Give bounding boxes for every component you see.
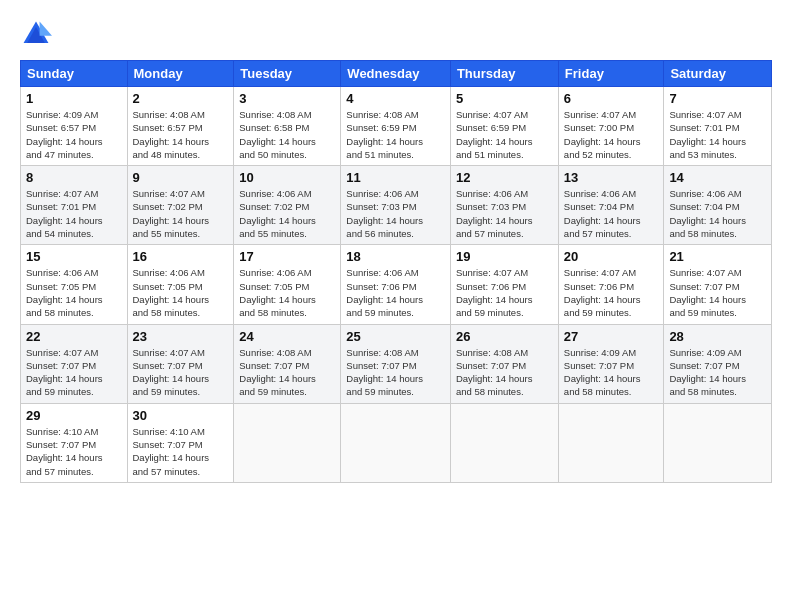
- day-info: Sunrise: 4:06 AMSunset: 7:05 PMDaylight:…: [133, 266, 229, 319]
- calendar-day-cell: 28Sunrise: 4:09 AMSunset: 7:07 PMDayligh…: [664, 324, 772, 403]
- calendar-day-cell: 23Sunrise: 4:07 AMSunset: 7:07 PMDayligh…: [127, 324, 234, 403]
- day-number: 18: [346, 249, 445, 264]
- calendar-week-row: 29Sunrise: 4:10 AMSunset: 7:07 PMDayligh…: [21, 403, 772, 482]
- day-number: 12: [456, 170, 553, 185]
- day-info: Sunrise: 4:10 AMSunset: 7:07 PMDaylight:…: [133, 425, 229, 478]
- day-number: 10: [239, 170, 335, 185]
- day-info: Sunrise: 4:06 AMSunset: 7:04 PMDaylight:…: [564, 187, 659, 240]
- logo-icon: [20, 18, 52, 50]
- day-info: Sunrise: 4:08 AMSunset: 7:07 PMDaylight:…: [456, 346, 553, 399]
- weekday-header-row: SundayMondayTuesdayWednesdayThursdayFrid…: [21, 61, 772, 87]
- header: [20, 18, 772, 50]
- day-info: Sunrise: 4:06 AMSunset: 7:03 PMDaylight:…: [456, 187, 553, 240]
- day-number: 9: [133, 170, 229, 185]
- day-info: Sunrise: 4:07 AMSunset: 7:01 PMDaylight:…: [669, 108, 766, 161]
- calendar-day-cell: 14Sunrise: 4:06 AMSunset: 7:04 PMDayligh…: [664, 166, 772, 245]
- calendar-day-cell: 3Sunrise: 4:08 AMSunset: 6:58 PMDaylight…: [234, 87, 341, 166]
- weekday-header-wednesday: Wednesday: [341, 61, 451, 87]
- day-info: Sunrise: 4:10 AMSunset: 7:07 PMDaylight:…: [26, 425, 122, 478]
- day-number: 1: [26, 91, 122, 106]
- calendar-day-cell: 6Sunrise: 4:07 AMSunset: 7:00 PMDaylight…: [558, 87, 664, 166]
- day-info: Sunrise: 4:08 AMSunset: 7:07 PMDaylight:…: [346, 346, 445, 399]
- calendar-day-cell: 21Sunrise: 4:07 AMSunset: 7:07 PMDayligh…: [664, 245, 772, 324]
- day-number: 2: [133, 91, 229, 106]
- day-info: Sunrise: 4:09 AMSunset: 7:07 PMDaylight:…: [669, 346, 766, 399]
- weekday-header-friday: Friday: [558, 61, 664, 87]
- calendar-day-cell: 8Sunrise: 4:07 AMSunset: 7:01 PMDaylight…: [21, 166, 128, 245]
- day-number: 17: [239, 249, 335, 264]
- calendar-day-cell: [341, 403, 451, 482]
- day-number: 3: [239, 91, 335, 106]
- calendar-day-cell: [664, 403, 772, 482]
- calendar-day-cell: 13Sunrise: 4:06 AMSunset: 7:04 PMDayligh…: [558, 166, 664, 245]
- calendar-day-cell: 10Sunrise: 4:06 AMSunset: 7:02 PMDayligh…: [234, 166, 341, 245]
- page: SundayMondayTuesdayWednesdayThursdayFrid…: [0, 0, 792, 501]
- day-info: Sunrise: 4:07 AMSunset: 7:06 PMDaylight:…: [456, 266, 553, 319]
- day-number: 5: [456, 91, 553, 106]
- day-info: Sunrise: 4:07 AMSunset: 7:07 PMDaylight:…: [26, 346, 122, 399]
- calendar-day-cell: 29Sunrise: 4:10 AMSunset: 7:07 PMDayligh…: [21, 403, 128, 482]
- day-number: 4: [346, 91, 445, 106]
- calendar-day-cell: 11Sunrise: 4:06 AMSunset: 7:03 PMDayligh…: [341, 166, 451, 245]
- calendar-day-cell: 9Sunrise: 4:07 AMSunset: 7:02 PMDaylight…: [127, 166, 234, 245]
- day-info: Sunrise: 4:06 AMSunset: 7:05 PMDaylight:…: [26, 266, 122, 319]
- day-info: Sunrise: 4:07 AMSunset: 7:06 PMDaylight:…: [564, 266, 659, 319]
- calendar-day-cell: [558, 403, 664, 482]
- calendar-day-cell: 5Sunrise: 4:07 AMSunset: 6:59 PMDaylight…: [450, 87, 558, 166]
- logo: [20, 18, 56, 50]
- calendar-day-cell: 16Sunrise: 4:06 AMSunset: 7:05 PMDayligh…: [127, 245, 234, 324]
- weekday-header-sunday: Sunday: [21, 61, 128, 87]
- day-info: Sunrise: 4:06 AMSunset: 7:03 PMDaylight:…: [346, 187, 445, 240]
- day-number: 25: [346, 329, 445, 344]
- day-info: Sunrise: 4:06 AMSunset: 7:06 PMDaylight:…: [346, 266, 445, 319]
- calendar-day-cell: 25Sunrise: 4:08 AMSunset: 7:07 PMDayligh…: [341, 324, 451, 403]
- day-number: 29: [26, 408, 122, 423]
- calendar-day-cell: 30Sunrise: 4:10 AMSunset: 7:07 PMDayligh…: [127, 403, 234, 482]
- calendar-table: SundayMondayTuesdayWednesdayThursdayFrid…: [20, 60, 772, 483]
- day-number: 13: [564, 170, 659, 185]
- day-info: Sunrise: 4:08 AMSunset: 6:58 PMDaylight:…: [239, 108, 335, 161]
- calendar-week-row: 15Sunrise: 4:06 AMSunset: 7:05 PMDayligh…: [21, 245, 772, 324]
- day-number: 19: [456, 249, 553, 264]
- weekday-header-tuesday: Tuesday: [234, 61, 341, 87]
- calendar-day-cell: 24Sunrise: 4:08 AMSunset: 7:07 PMDayligh…: [234, 324, 341, 403]
- calendar-day-cell: 18Sunrise: 4:06 AMSunset: 7:06 PMDayligh…: [341, 245, 451, 324]
- day-info: Sunrise: 4:09 AMSunset: 7:07 PMDaylight:…: [564, 346, 659, 399]
- day-number: 14: [669, 170, 766, 185]
- day-info: Sunrise: 4:06 AMSunset: 7:02 PMDaylight:…: [239, 187, 335, 240]
- calendar-day-cell: 4Sunrise: 4:08 AMSunset: 6:59 PMDaylight…: [341, 87, 451, 166]
- calendar-day-cell: 26Sunrise: 4:08 AMSunset: 7:07 PMDayligh…: [450, 324, 558, 403]
- day-info: Sunrise: 4:08 AMSunset: 6:59 PMDaylight:…: [346, 108, 445, 161]
- weekday-header-thursday: Thursday: [450, 61, 558, 87]
- day-info: Sunrise: 4:08 AMSunset: 7:07 PMDaylight:…: [239, 346, 335, 399]
- day-info: Sunrise: 4:06 AMSunset: 7:04 PMDaylight:…: [669, 187, 766, 240]
- day-number: 23: [133, 329, 229, 344]
- day-number: 20: [564, 249, 659, 264]
- day-info: Sunrise: 4:07 AMSunset: 7:00 PMDaylight:…: [564, 108, 659, 161]
- day-info: Sunrise: 4:07 AMSunset: 6:59 PMDaylight:…: [456, 108, 553, 161]
- svg-marker-2: [40, 22, 52, 36]
- day-number: 27: [564, 329, 659, 344]
- day-info: Sunrise: 4:08 AMSunset: 6:57 PMDaylight:…: [133, 108, 229, 161]
- calendar-day-cell: 27Sunrise: 4:09 AMSunset: 7:07 PMDayligh…: [558, 324, 664, 403]
- day-number: 21: [669, 249, 766, 264]
- day-info: Sunrise: 4:07 AMSunset: 7:07 PMDaylight:…: [133, 346, 229, 399]
- day-number: 6: [564, 91, 659, 106]
- calendar-day-cell: 15Sunrise: 4:06 AMSunset: 7:05 PMDayligh…: [21, 245, 128, 324]
- day-number: 7: [669, 91, 766, 106]
- day-number: 24: [239, 329, 335, 344]
- calendar-day-cell: 12Sunrise: 4:06 AMSunset: 7:03 PMDayligh…: [450, 166, 558, 245]
- calendar-week-row: 22Sunrise: 4:07 AMSunset: 7:07 PMDayligh…: [21, 324, 772, 403]
- calendar-week-row: 1Sunrise: 4:09 AMSunset: 6:57 PMDaylight…: [21, 87, 772, 166]
- calendar-day-cell: 7Sunrise: 4:07 AMSunset: 7:01 PMDaylight…: [664, 87, 772, 166]
- calendar-day-cell: [450, 403, 558, 482]
- weekday-header-saturday: Saturday: [664, 61, 772, 87]
- day-info: Sunrise: 4:07 AMSunset: 7:01 PMDaylight:…: [26, 187, 122, 240]
- day-number: 22: [26, 329, 122, 344]
- day-number: 26: [456, 329, 553, 344]
- day-info: Sunrise: 4:07 AMSunset: 7:02 PMDaylight:…: [133, 187, 229, 240]
- calendar-week-row: 8Sunrise: 4:07 AMSunset: 7:01 PMDaylight…: [21, 166, 772, 245]
- day-number: 8: [26, 170, 122, 185]
- calendar-day-cell: [234, 403, 341, 482]
- day-info: Sunrise: 4:07 AMSunset: 7:07 PMDaylight:…: [669, 266, 766, 319]
